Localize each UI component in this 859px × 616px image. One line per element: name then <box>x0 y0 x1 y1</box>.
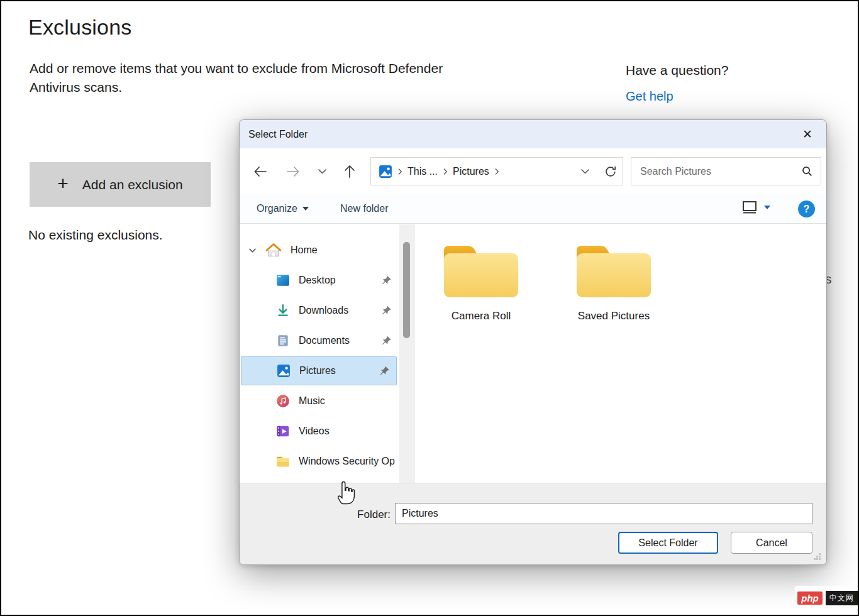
php-site-badge: 中文网 <box>826 591 858 605</box>
pin-icon <box>381 305 392 316</box>
sidebar-scrollbar-thumb[interactable] <box>403 242 410 338</box>
videos-icon <box>276 424 290 438</box>
sidebar-item-music[interactable]: Music <box>240 387 398 415</box>
breadcrumb-this-pc[interactable]: This ... <box>407 166 438 177</box>
forward-button[interactable] <box>281 160 305 184</box>
sidebar-item-desktop[interactable]: Desktop <box>240 266 398 295</box>
file-list-pane[interactable]: Camera Roll Saved Pictures <box>415 224 826 483</box>
address-bar[interactable]: This ... Pictures <box>370 157 623 185</box>
desktop-icon <box>276 273 290 287</box>
sidebar-item-downloads[interactable]: Downloads <box>240 296 398 325</box>
sidebar-scrollbar-track[interactable] <box>399 224 415 483</box>
help-icon[interactable]: ? <box>798 201 815 217</box>
folder-tile-camera-roll[interactable]: Camera Roll <box>424 239 538 322</box>
folder-icon <box>276 456 290 468</box>
sidebar-item-label: Documents <box>299 335 350 346</box>
folder-icon <box>573 239 655 301</box>
folder-name: Saved Pictures <box>557 310 670 322</box>
page-title: Exclusions <box>28 15 132 40</box>
up-button[interactable] <box>338 160 362 184</box>
search-input[interactable] <box>639 165 801 178</box>
file-manager-main: Home Desktop Downloads Documents <box>240 224 826 483</box>
folder-icon <box>440 239 522 301</box>
pictures-icon <box>277 364 291 378</box>
pin-icon <box>381 336 392 346</box>
folder-tile-saved-pictures[interactable]: Saved Pictures <box>557 239 670 322</box>
command-bar: Organize New folder ? <box>240 194 826 224</box>
sidebar-item-windows-security[interactable]: Windows Security Op <box>240 447 398 476</box>
up-arrow-icon <box>343 164 356 179</box>
navigation-toolbar: This ... Pictures <box>240 148 826 194</box>
sidebar-item-videos[interactable]: Videos <box>240 417 398 446</box>
no-exclusions-text: No existing exclusions. <box>28 228 163 243</box>
new-folder-label: New folder <box>340 203 388 214</box>
documents-icon <box>276 334 290 348</box>
views-caret-icon <box>764 206 770 209</box>
sidebar-item-label: Desktop <box>299 275 336 286</box>
get-help-link[interactable]: Get help <box>626 89 673 104</box>
breadcrumb-chevron-icon <box>397 168 402 175</box>
dialog-footer: Folder: Select Folder Cancel <box>240 483 826 565</box>
add-exclusion-button[interactable]: + Add an exclusion <box>30 162 211 207</box>
sidebar-item-label: Music <box>299 395 325 407</box>
back-button[interactable] <box>248 160 272 184</box>
php-watermark: php 中文网 <box>795 586 859 610</box>
pin-icon <box>379 366 390 377</box>
dialog-titlebar[interactable]: Select Folder ✕ <box>240 120 826 148</box>
cancel-label: Cancel <box>756 537 787 549</box>
resize-grip[interactable] <box>813 553 821 561</box>
select-folder-button[interactable]: Select Folder <box>618 532 718 554</box>
back-arrow-icon <box>253 165 268 178</box>
chevron-down-icon <box>318 168 327 175</box>
dialog-title: Select Folder <box>248 129 308 140</box>
search-icon[interactable] <box>801 165 813 177</box>
organize-caret-icon <box>302 207 309 211</box>
music-icon <box>276 394 290 408</box>
search-box[interactable] <box>631 157 821 185</box>
refresh-icon[interactable] <box>604 165 618 179</box>
sidebar-item-documents[interactable]: Documents <box>240 326 398 355</box>
sidebar-item-label: Home <box>291 245 318 256</box>
hand-cursor <box>337 480 358 505</box>
sidebar-item-home[interactable]: Home <box>240 236 398 265</box>
page-description: Add or remove items that you want to exc… <box>30 59 489 97</box>
folder-field-label: Folder: <box>315 509 391 521</box>
downloads-icon <box>276 304 290 317</box>
organize-button[interactable]: Organize <box>257 194 309 223</box>
sidebar-item-label: Videos <box>299 426 330 437</box>
new-folder-button[interactable]: New folder <box>340 194 388 223</box>
breadcrumb-pictures[interactable]: Pictures <box>453 166 489 177</box>
folder-name: Camera Roll <box>424 310 538 322</box>
forward-arrow-icon <box>285 165 301 178</box>
close-icon[interactable]: ✕ <box>797 125 817 144</box>
organize-label: Organize <box>257 203 297 214</box>
php-logo: php <box>797 591 823 605</box>
select-folder-label: Select Folder <box>638 537 697 549</box>
sidebar-item-label: Windows Security Op <box>299 456 395 467</box>
pictures-location-icon <box>379 165 392 179</box>
recent-locations-button[interactable] <box>310 160 334 184</box>
sidebar-item-label: Pictures <box>299 365 336 377</box>
cancel-button[interactable]: Cancel <box>731 532 812 554</box>
breadcrumb-chevron-icon <box>443 168 448 175</box>
add-exclusion-label: Add an exclusion <box>82 177 183 192</box>
expand-chevron-icon[interactable] <box>248 246 257 255</box>
views-button[interactable] <box>741 200 770 215</box>
sidebar-item-pictures[interactable]: Pictures <box>241 356 397 385</box>
screen: Exclusions Add or remove items that you … <box>0 0 859 616</box>
navigation-pane: Home Desktop Downloads Documents <box>240 224 398 483</box>
address-dropdown-icon[interactable] <box>580 168 590 175</box>
folder-name-input[interactable] <box>395 503 812 524</box>
home-icon <box>265 243 282 258</box>
plus-icon: + <box>57 173 69 194</box>
select-folder-dialog: Select Folder ✕ This ... Pictures <box>239 119 827 565</box>
pin-icon <box>381 275 392 286</box>
sidebar-item-label: Downloads <box>299 305 348 316</box>
breadcrumb-chevron-icon <box>494 168 499 175</box>
view-mode-icon <box>741 200 758 215</box>
help-heading: Have a question? <box>626 63 728 78</box>
